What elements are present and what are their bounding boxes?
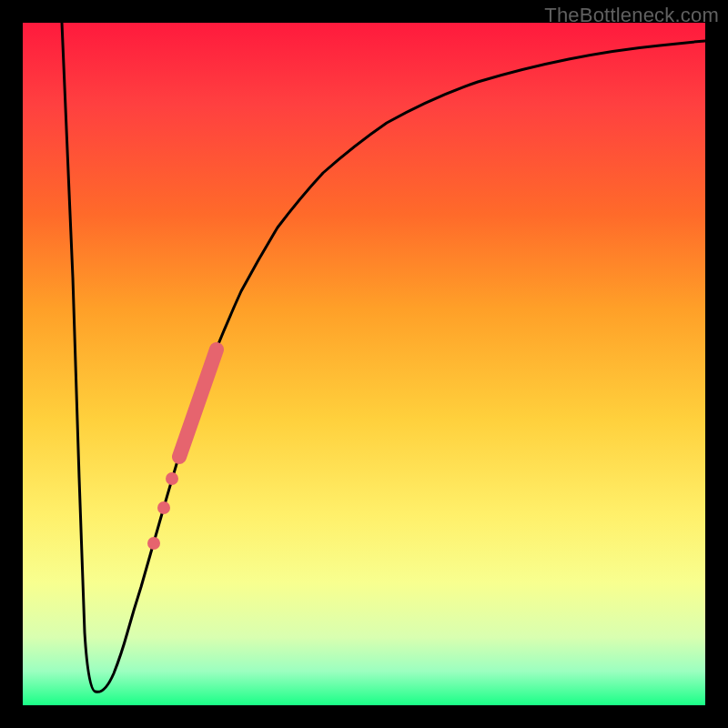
marker-dot <box>147 537 160 550</box>
marker-dot <box>166 472 178 485</box>
highlight-segment <box>179 349 217 457</box>
chart-frame: TheBottleneck.com <box>0 0 728 728</box>
bottleneck-plot <box>23 23 705 705</box>
bottleneck-curve <box>62 23 705 692</box>
marker-dot <box>157 501 170 514</box>
watermark-text: TheBottleneck.com <box>544 4 719 27</box>
